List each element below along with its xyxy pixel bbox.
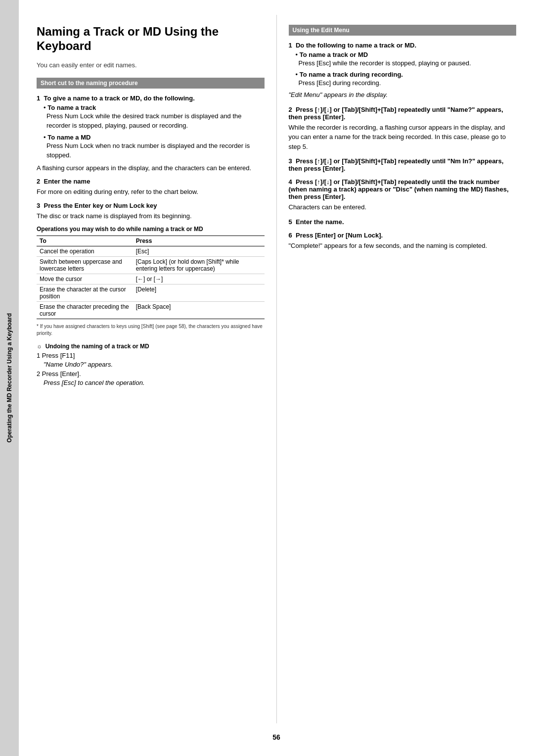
left-step1-sub1-label: To name a track (47, 104, 96, 111)
tip-icon: ☼ (37, 343, 42, 350)
right-step6-header: 6 Press [Enter] or [Num Lock]. (289, 232, 517, 239)
left-step2-text: For more on editing during entry, refer … (37, 187, 265, 197)
table-row: Erase the character preceding the cursor… (37, 302, 265, 319)
page-container: Operating the MD Recorder Using a Keyboa… (0, 0, 534, 756)
right-step1-sub2: • To name a track during recording. Pres… (294, 71, 517, 88)
page-number: 56 (19, 733, 534, 741)
left-step1-sub1: • To name a track Press Num Lock while t… (42, 104, 265, 131)
right-step5-header: 5 Enter the name. (289, 218, 517, 226)
right-step6-text: "Complete!" appears for a few seconds, a… (289, 241, 517, 251)
table-cell-to: Cancel the operation (37, 246, 133, 257)
left-step3-text: The disc or track name is displayed from… (37, 211, 265, 221)
subtitle: You can easily enter or edit names. (37, 61, 265, 69)
left-step1-sub1-text: Press Num Lock while the desired track n… (46, 111, 265, 131)
left-step1-text: To give a name to a track or MD, do the … (44, 94, 194, 102)
table-cell-press: [Back Space] (133, 302, 265, 319)
right-step6-label: Press [Enter] or [Num Lock]. (296, 232, 383, 239)
left-step1: 1 To give a name to a track or MD, do th… (37, 94, 265, 173)
right-section-header: Using the Edit Menu (289, 25, 517, 36)
two-column-layout: Naming a Track or MD Using the Keyboard … (19, 15, 534, 723)
table-cell-to: Switch between uppercase and lowercase l… (37, 257, 133, 274)
right-column: Using the Edit Menu 1 Do the following t… (277, 15, 534, 723)
right-step1-sub2-label: To name a track during recording. (300, 71, 403, 78)
right-step5-label: Enter the name. (296, 218, 344, 226)
right-step3-header: 3 Press [↑]/[↓] or [Tab]/[Shift]+[Tab] r… (289, 157, 517, 172)
footnote: * If you have assigned characters to key… (37, 323, 265, 337)
left-step3: 3 Press the Enter key or Num Lock key Th… (37, 202, 265, 221)
main-content: Naming a Track or MD Using the Keyboard … (19, 0, 534, 756)
table-cell-to: Move the cursor (37, 274, 133, 284)
tip-header-text: Undoing the naming of a track or MD (45, 343, 149, 350)
left-step3-header: 3 Press the Enter key or Num Lock key (37, 202, 265, 209)
table-cell-press: [Delete] (133, 284, 265, 302)
right-step2: 2 Press [↑]/[↓] or [Tab]/[Shift]+[Tab] r… (289, 106, 517, 152)
right-step1-sub1: • To name a track or MD Press [Esc] whil… (294, 51, 517, 68)
left-step3-number: 3 (37, 202, 40, 209)
right-step2-number: 2 (289, 106, 292, 113)
table-cell-to: Erase the character preceding the cursor (37, 302, 133, 319)
right-step1-number: 1 (289, 42, 292, 49)
right-step1-sub2-text: Press [Esc] during recording. (299, 78, 517, 88)
tip-header: ☼ Undoing the naming of a track or MD (37, 343, 265, 350)
right-step4-after: Characters can be entered. (289, 202, 517, 212)
side-tab: Operating the MD Recorder Using a Keyboa… (0, 0, 19, 756)
right-step1-after: "Edit Menu" appears in the display. (289, 90, 517, 100)
left-step1-sub2: • To name a MD Press Num Lock when no tr… (42, 134, 265, 160)
right-step1-sub1-label: To name a track or MD (300, 51, 368, 58)
side-tab-text: Operating the MD Recorder Using a Keyboa… (6, 313, 13, 442)
page-title: Naming a Track or MD Using the Keyboard (37, 25, 265, 53)
left-column: Naming a Track or MD Using the Keyboard … (19, 15, 277, 723)
left-step1-number: 1 (37, 94, 40, 102)
tip-step-num-text: 1 Press [F11] (37, 352, 265, 359)
right-step3: 3 Press [↑]/[↓] or [Tab]/[Shift]+[Tab] r… (289, 157, 517, 172)
right-step1-label: Do the following to name a track or MD. (296, 42, 416, 49)
right-step4-number: 4 (289, 178, 292, 186)
right-step2-sub: While the recorder is recording, a flash… (289, 123, 517, 152)
table-cell-press: [Esc] (133, 246, 265, 257)
left-step2-number: 2 (37, 178, 40, 185)
left-step1-sub2-text: Press Num Lock when no track number is d… (46, 141, 265, 160)
operations-table: To Press Cancel the operation[Esc]Switch… (37, 236, 265, 319)
table-row: Move the cursor[←] or [→] (37, 274, 265, 284)
right-step5-number: 5 (289, 218, 292, 226)
table-col-to: To (37, 236, 133, 246)
right-step4: 4 Press [↑]/[↓] or [Tab]/[Shift]+[Tab] r… (289, 178, 517, 212)
left-step1-after: A flashing cursor appears in the display… (37, 163, 265, 173)
right-step3-number: 3 (289, 157, 292, 165)
tip-steps-container: 1 Press [F11]"Name Undo?" appears.2 Pres… (37, 352, 265, 386)
table-col-press: Press (133, 236, 265, 246)
left-step2-header: 2 Enter the name (37, 178, 265, 185)
operations-header: Operations you may wish to do while nami… (37, 226, 265, 233)
tip-step-sub: Press [Esc] to cancel the operation. (44, 379, 265, 386)
table-cell-to: Erase the character at the cursor positi… (37, 284, 133, 302)
right-step5: 5 Enter the name. (289, 218, 517, 226)
tip-step-block: 1 Press [F11]"Name Undo?" appears. (37, 352, 265, 368)
left-step3-label: Press the Enter key or Num Lock key (44, 202, 157, 209)
tip-step-num-text: 2 Press [Enter]. (37, 370, 265, 378)
right-step6: 6 Press [Enter] or [Num Lock]. "Complete… (289, 232, 517, 251)
left-step2-label: Enter the name (44, 178, 90, 185)
tip-step-block: 2 Press [Enter].Press [Esc] to cancel th… (37, 370, 265, 386)
tip-step-sub: "Name Undo?" appears. (44, 361, 265, 368)
right-step4-text: Press [↑]/[↓] or [Tab]/[Shift]+[Tab] rep… (289, 178, 509, 200)
right-step1: 1 Do the following to name a track or MD… (289, 42, 517, 100)
table-cell-press: [Caps Lock] (or hold down [Shift]* while… (133, 257, 265, 274)
right-step2-text: Press [↑]/[↓] or [Tab]/[Shift]+[Tab] rep… (289, 106, 503, 121)
right-step4-header: 4 Press [↑]/[↓] or [Tab]/[Shift]+[Tab] r… (289, 178, 517, 200)
table-row: Switch between uppercase and lowercase l… (37, 257, 265, 274)
right-step3-text: Press [↑]/[↓] or [Tab]/[Shift]+[Tab] rep… (289, 157, 504, 172)
right-step1-header: 1 Do the following to name a track or MD… (289, 42, 517, 49)
left-step1-header: 1 To give a name to a track or MD, do th… (37, 94, 265, 102)
tip-block: ☼ Undoing the naming of a track or MD 1 … (37, 343, 265, 386)
left-section-header: Short cut to the naming procedure (37, 78, 265, 89)
left-step1-sub2-label: To name a MD (47, 134, 90, 141)
right-step1-sub1-text: Press [Esc] while the recorder is stoppe… (299, 58, 517, 68)
table-row: Cancel the operation[Esc] (37, 246, 265, 257)
left-step2: 2 Enter the name For more on editing dur… (37, 178, 265, 197)
right-step6-number: 6 (289, 232, 292, 239)
table-cell-press: [←] or [→] (133, 274, 265, 284)
table-row: Erase the character at the cursor positi… (37, 284, 265, 302)
right-step2-header: 2 Press [↑]/[↓] or [Tab]/[Shift]+[Tab] r… (289, 106, 517, 121)
